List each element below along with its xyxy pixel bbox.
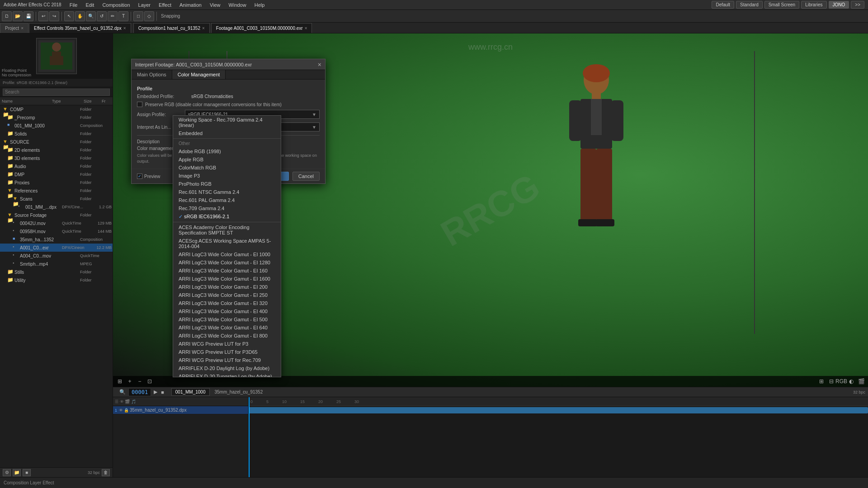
popup-item-colormatch[interactable]: ColorMatch RGB xyxy=(173,164,281,172)
play-btn[interactable]: ▶ xyxy=(153,389,158,395)
menu-layer[interactable]: Layer xyxy=(135,1,155,9)
tree-item-comp[interactable]: ▼📁 COMP Folder xyxy=(0,105,113,113)
tree-item-utility[interactable]: 📁 Utility Folder xyxy=(0,276,113,284)
popup-item-arri-160[interactable]: ARRI LogC3 Wide Color Gamut - EI 160 xyxy=(173,267,281,275)
preserve-rgb-row[interactable]: Preserve RGB (disable color management c… xyxy=(137,102,320,107)
tree-item-dmp[interactable]: 📁 DMP Folder xyxy=(0,170,113,178)
menu-window[interactable]: Window xyxy=(225,1,250,9)
popup-item-working-space[interactable]: Working Space - Rec.709 Gamma 2.4 (linea… xyxy=(173,116,281,129)
tab-effect-close[interactable]: × xyxy=(123,26,126,31)
mask-tool[interactable]: ◇ xyxy=(144,11,154,21)
search-input[interactable] xyxy=(3,89,110,96)
tree-item-source-footage[interactable]: ▼📁 Source Footage Folder xyxy=(0,211,113,219)
timecode-display[interactable]: 00001 xyxy=(128,388,151,396)
popup-item-arri-400[interactable]: ARRI LogC3 Wide Color Gamut - EI 400 xyxy=(173,307,281,315)
preview-checkbox[interactable]: ✓ xyxy=(137,174,142,179)
dialog-title-bar[interactable]: Interpret Footage: A001_C003_10150M.0000… xyxy=(132,59,325,70)
reset-view-btn[interactable]: ⊞ xyxy=(116,377,124,385)
workspace-menu-btn[interactable]: >> xyxy=(851,1,864,9)
tree-item-a004[interactable]: ▪ A004_C0...mov QuickTime xyxy=(0,252,113,260)
popup-item-arri-1280[interactable]: ARRI LogC3 Wide Color Gamut - EI 1280 xyxy=(173,258,281,267)
tree-item-scans[interactable]: ▼📁 Scans Folder xyxy=(0,195,113,203)
open-btn[interactable]: 📂 xyxy=(13,11,23,21)
popup-item-arri-800[interactable]: ARRI LogC3 Wide Color Gamut - EI 800 xyxy=(173,332,281,340)
popup-item-rec601ntsc[interactable]: Rec.601 NTSC Gamma 2.4 xyxy=(173,188,281,196)
popup-item-arri-250[interactable]: ARRI LogC3 Wide Color Gamut - EI 250 xyxy=(173,291,281,299)
popup-item-arri-wcg-rec709[interactable]: ARRI WCG Preview LUT for Rec.709 xyxy=(173,356,281,364)
new-project-btn[interactable]: 🗋 xyxy=(2,11,12,21)
tab-project[interactable]: Project × xyxy=(0,23,28,33)
popup-item-arri-640[interactable]: ARRI LogC3 Wide Color Gamut - EI 640 xyxy=(173,324,281,332)
popup-item-arri-wcg-p3d65[interactable]: ARRI WCG Preview LUT for P3D65 xyxy=(173,348,281,356)
tree-item-stills[interactable]: 📁 Stills Folder xyxy=(0,268,113,276)
popup-item-aces-working[interactable]: ACEScg ACES Working Space AMPAS 5-2014-0… xyxy=(173,237,281,250)
popup-item-rec709[interactable]: Rec.709 Gamma 2.4 xyxy=(173,204,281,212)
assign-profile-popup[interactable]: Working Space - Rec.709 Gamma 2.4 (linea… xyxy=(173,115,281,377)
tree-item-smrtiph[interactable]: ▪ Smrtiph...mp4 MPEG xyxy=(0,260,113,268)
search-layers-btn[interactable]: 🔍 xyxy=(118,389,127,395)
tree-item-00958h[interactable]: ▪ 00958H.mov QuickTime 144 MB xyxy=(0,227,113,235)
popup-item-arriflex-tungsten[interactable]: ARRIFLEX D-20 Tungsten Log (by Adobe) xyxy=(173,372,281,377)
tab-comp[interactable]: Composition1 hazel_cu_91352 × xyxy=(133,23,210,33)
safe-zones-btn[interactable]: ⊟ xyxy=(827,377,835,385)
grid-btn[interactable]: ⊞ xyxy=(817,377,826,385)
pen-tool[interactable]: ✏ xyxy=(108,11,118,21)
tree-item-2d[interactable]: 📁 2D elements Folder xyxy=(0,146,113,154)
popup-item-adobe-rgb[interactable]: Adobe RGB (1998) xyxy=(173,147,281,155)
zoom-in-btn[interactable]: + xyxy=(126,377,134,385)
popup-item-arriflex-daylight[interactable]: ARRIFLEX D-20 Daylight Log (by Adobe) xyxy=(173,364,281,372)
workspace-standard[interactable]: Standard xyxy=(736,1,763,9)
tree-item-audio[interactable]: 📁 Audio Folder xyxy=(0,162,113,170)
workspace-small-screen[interactable]: Small Screen xyxy=(764,1,799,9)
tree-item-3d[interactable]: 📁 3D elements Folder xyxy=(0,154,113,162)
tree-item-a001[interactable]: ▪ A001_C0...exr DPX/Cineon 12.2 MB xyxy=(0,244,113,252)
new-folder-btn[interactable]: 📁 xyxy=(13,469,21,476)
tree-item-solids[interactable]: 📁 Solids Folder xyxy=(0,130,113,138)
popup-item-arri-320[interactable]: ARRI LogC3 Wide Color Gamut - EI 320 xyxy=(173,299,281,307)
zoom-tool[interactable]: 🔍 xyxy=(86,11,96,21)
save-btn[interactable]: 💾 xyxy=(24,11,33,21)
redo-btn[interactable]: ↪ xyxy=(49,11,59,21)
timeline-tab-35mm[interactable]: 35mm_hazel_cu_91352 xyxy=(211,388,267,396)
popup-item-rec601pal[interactable]: Rec.601 PAL Gamma 2.4 xyxy=(173,196,281,204)
popup-item-srgb[interactable]: sRGB IEC61966-2.1 xyxy=(173,212,281,221)
menu-view[interactable]: View xyxy=(206,1,224,9)
channels-btn[interactable]: RGB xyxy=(837,377,845,385)
tree-item-references[interactable]: ▼📁 References Folder xyxy=(0,187,113,195)
popup-item-arri-1000[interactable]: ARRI LogC3 Wide Color Gamut - EI 1000 xyxy=(173,250,281,258)
preview-row[interactable]: ✓ Preview xyxy=(137,174,160,179)
popup-item-arri-500[interactable]: ARRI LogC3 Wide Color Gamut - EI 500 xyxy=(173,315,281,324)
stop-btn[interactable]: ■ xyxy=(160,389,165,395)
tab-footage-close[interactable]: × xyxy=(305,26,307,31)
tree-item-00042u[interactable]: ▪ 00042U.mov QuickTime 129 MB xyxy=(0,219,113,227)
undo-btn[interactable]: ↩ xyxy=(38,11,48,21)
dialog-tab-main[interactable]: Main Options xyxy=(132,70,172,79)
cancel-button[interactable]: Cancel xyxy=(292,172,320,181)
rotate-tool[interactable]: ↺ xyxy=(97,11,107,21)
select-tool[interactable]: ↖ xyxy=(64,11,74,21)
popup-item-arri-1600[interactable]: ARRI LogC3 Wide Color Gamut - EI 1600 xyxy=(173,275,281,283)
menu-effect[interactable]: Effect xyxy=(155,1,175,9)
dialog-close-btn[interactable]: × xyxy=(318,61,321,68)
tab-footage[interactable]: Footage A001_C003_10150M.0000000.exr × xyxy=(211,23,312,33)
layer-lock-icon[interactable]: 🔒 xyxy=(124,408,129,413)
popup-item-apple-rgb[interactable]: Apple RGB xyxy=(173,155,281,164)
menu-edit[interactable]: Edit xyxy=(82,1,98,9)
fit-view-btn[interactable]: ⊡ xyxy=(146,377,154,385)
menu-file[interactable]: File xyxy=(66,1,81,9)
tree-item-001mm[interactable]: ■ 001_MM_1000 Composition xyxy=(0,122,113,130)
workspace-libraries[interactable]: Libraries xyxy=(801,1,826,9)
popup-item-aces[interactable]: ACES Academy Color Encoding Specificatio… xyxy=(173,223,281,237)
preserve-rgb-checkbox[interactable] xyxy=(137,102,142,107)
render-btn[interactable]: 🎬 xyxy=(857,377,865,385)
menu-composition[interactable]: Composition xyxy=(99,1,133,9)
tab-project-close[interactable]: × xyxy=(21,26,24,31)
interpret-btn[interactable]: ⚙ xyxy=(3,469,11,476)
zoom-out-btn[interactable]: − xyxy=(136,377,144,385)
workspace-default[interactable]: Default xyxy=(712,1,734,9)
hand-tool[interactable]: ✋ xyxy=(75,11,85,21)
shape-tool[interactable]: □ xyxy=(133,11,143,21)
menu-animation[interactable]: Animation xyxy=(176,1,205,9)
exposure-btn[interactable]: ◐ xyxy=(847,377,855,385)
tree-item-precomp[interactable]: 📁 _Precomp Folder xyxy=(0,113,113,122)
